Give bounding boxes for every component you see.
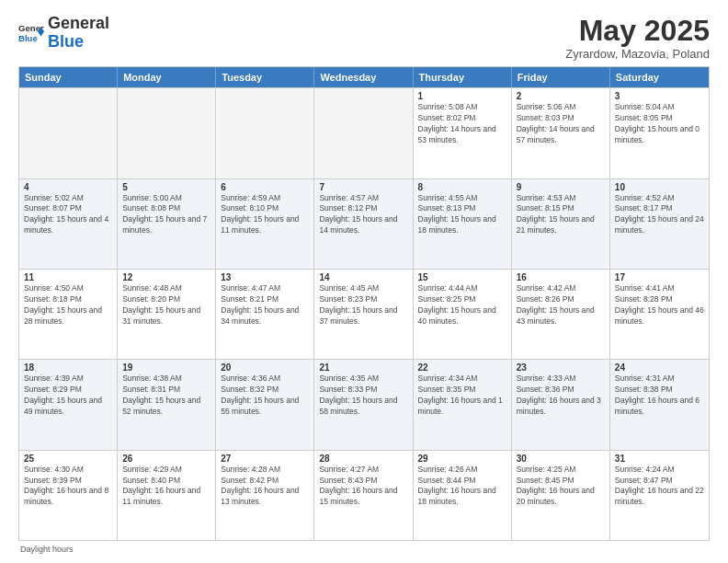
calendar-cell: 16Sunrise: 4:42 AM Sunset: 8:26 PM Dayli… (512, 270, 610, 359)
calendar-header-cell: Wednesday (314, 67, 413, 87)
day-info: Sunrise: 5:08 AM Sunset: 8:02 PM Dayligh… (418, 102, 506, 146)
calendar-cell: 8Sunrise: 4:55 AM Sunset: 8:13 PM Daylig… (414, 179, 512, 269)
day-number: 14 (319, 272, 407, 282)
day-info: Sunrise: 4:57 AM Sunset: 8:12 PM Dayligh… (319, 193, 407, 237)
day-number: 15 (418, 272, 506, 282)
calendar-cell (118, 88, 216, 178)
page: General Blue General Blue May 2025 Zyrar… (0, 0, 728, 563)
day-number: 23 (517, 362, 605, 373)
calendar-cell: 20Sunrise: 4:36 AM Sunset: 8:32 PM Dayli… (216, 360, 314, 449)
day-info: Sunrise: 4:45 AM Sunset: 8:23 PM Dayligh… (319, 283, 407, 327)
day-info: Sunrise: 4:36 AM Sunset: 8:32 PM Dayligh… (221, 373, 309, 418)
day-info: Sunrise: 4:47 AM Sunset: 8:21 PM Dayligh… (221, 283, 309, 327)
day-number: 7 (319, 182, 407, 192)
calendar-header-cell: Tuesday (216, 67, 314, 87)
calendar-cell: 7Sunrise: 4:57 AM Sunset: 8:12 PM Daylig… (314, 179, 413, 269)
day-info: Sunrise: 4:39 AM Sunset: 8:29 PM Dayligh… (24, 373, 112, 418)
day-info: Sunrise: 4:48 AM Sunset: 8:20 PM Dayligh… (122, 283, 210, 327)
calendar-cell: 23Sunrise: 4:33 AM Sunset: 8:36 PM Dayli… (512, 360, 610, 449)
calendar-header: SundayMondayTuesdayWednesdayThursdayFrid… (19, 67, 709, 87)
calendar-cell: 10Sunrise: 4:52 AM Sunset: 8:17 PM Dayli… (610, 179, 709, 269)
day-info: Sunrise: 4:44 AM Sunset: 8:25 PM Dayligh… (418, 283, 506, 327)
day-number: 17 (615, 272, 704, 282)
day-number: 28 (319, 454, 407, 464)
day-info: Sunrise: 5:06 AM Sunset: 8:03 PM Dayligh… (517, 102, 605, 146)
day-number: 12 (122, 272, 210, 282)
day-number: 2 (517, 91, 605, 101)
calendar-cell: 25Sunrise: 4:30 AM Sunset: 8:39 PM Dayli… (19, 451, 118, 540)
day-number: 19 (122, 362, 210, 373)
calendar-cell (19, 88, 118, 178)
day-info: Sunrise: 4:34 AM Sunset: 8:35 PM Dayligh… (418, 373, 506, 418)
calendar-cell: 11Sunrise: 4:50 AM Sunset: 8:18 PM Dayli… (19, 270, 118, 359)
calendar-row: 11Sunrise: 4:50 AM Sunset: 8:18 PM Dayli… (19, 269, 709, 359)
calendar-cell: 29Sunrise: 4:26 AM Sunset: 8:44 PM Dayli… (414, 451, 512, 540)
calendar-row: 1Sunrise: 5:08 AM Sunset: 8:02 PM Daylig… (19, 87, 709, 178)
calendar-header-cell: Saturday (610, 67, 709, 87)
day-number: 30 (517, 454, 605, 464)
calendar-row: 18Sunrise: 4:39 AM Sunset: 8:29 PM Dayli… (19, 359, 709, 449)
day-info: Sunrise: 4:41 AM Sunset: 8:28 PM Dayligh… (615, 283, 704, 327)
day-info: Sunrise: 4:31 AM Sunset: 8:38 PM Dayligh… (615, 373, 704, 418)
calendar-header-cell: Monday (118, 67, 216, 87)
calendar-cell: 27Sunrise: 4:28 AM Sunset: 8:42 PM Dayli… (216, 451, 314, 540)
calendar-cell: 5Sunrise: 5:00 AM Sunset: 8:08 PM Daylig… (118, 179, 216, 269)
day-number: 11 (24, 272, 112, 282)
day-number: 6 (221, 182, 309, 192)
calendar-cell: 13Sunrise: 4:47 AM Sunset: 8:21 PM Dayli… (216, 270, 314, 359)
calendar-cell: 30Sunrise: 4:25 AM Sunset: 8:45 PM Dayli… (512, 451, 610, 540)
calendar-cell: 18Sunrise: 4:39 AM Sunset: 8:29 PM Dayli… (19, 360, 118, 449)
svg-text:Blue: Blue (18, 33, 38, 43)
day-info: Sunrise: 4:28 AM Sunset: 8:42 PM Dayligh… (221, 465, 309, 509)
calendar-cell: 31Sunrise: 4:24 AM Sunset: 8:47 PM Dayli… (610, 451, 709, 540)
location-subtitle: Zyrardow, Mazovia, Poland (565, 47, 710, 61)
day-info: Sunrise: 4:25 AM Sunset: 8:45 PM Dayligh… (517, 465, 605, 509)
calendar-cell: 22Sunrise: 4:34 AM Sunset: 8:35 PM Dayli… (414, 360, 512, 449)
day-number: 5 (122, 182, 210, 192)
calendar-cell: 1Sunrise: 5:08 AM Sunset: 8:02 PM Daylig… (414, 88, 512, 178)
calendar-cell: 12Sunrise: 4:48 AM Sunset: 8:20 PM Dayli… (118, 270, 216, 359)
day-number: 27 (221, 454, 309, 464)
calendar-cell: 19Sunrise: 4:38 AM Sunset: 8:31 PM Dayli… (118, 360, 216, 449)
calendar-header-cell: Sunday (19, 67, 118, 87)
day-number: 31 (615, 454, 704, 464)
calendar-cell: 17Sunrise: 4:41 AM Sunset: 8:28 PM Dayli… (610, 270, 709, 359)
title-block: May 2025 Zyrardow, Mazovia, Poland (565, 15, 710, 61)
day-info: Sunrise: 4:42 AM Sunset: 8:26 PM Dayligh… (517, 283, 605, 327)
day-number: 25 (24, 454, 112, 464)
day-info: Sunrise: 5:04 AM Sunset: 8:05 PM Dayligh… (615, 102, 704, 146)
day-number: 1 (418, 91, 506, 101)
day-info: Sunrise: 4:52 AM Sunset: 8:17 PM Dayligh… (615, 193, 704, 237)
calendar-cell: 2Sunrise: 5:06 AM Sunset: 8:03 PM Daylig… (512, 88, 610, 178)
day-info: Sunrise: 4:35 AM Sunset: 8:33 PM Dayligh… (319, 373, 407, 418)
calendar-cell (314, 88, 413, 178)
day-number: 16 (517, 272, 605, 282)
logo-blue: Blue (48, 32, 84, 51)
calendar-cell: 21Sunrise: 4:35 AM Sunset: 8:33 PM Dayli… (314, 360, 413, 449)
day-number: 26 (122, 454, 210, 464)
day-info: Sunrise: 4:53 AM Sunset: 8:15 PM Dayligh… (517, 193, 605, 237)
day-info: Sunrise: 5:02 AM Sunset: 8:07 PM Dayligh… (24, 193, 112, 237)
calendar-cell: 26Sunrise: 4:29 AM Sunset: 8:40 PM Dayli… (118, 451, 216, 540)
day-number: 18 (24, 362, 112, 373)
day-info: Sunrise: 4:59 AM Sunset: 8:10 PM Dayligh… (221, 193, 309, 237)
day-number: 9 (517, 182, 605, 192)
day-info: Sunrise: 4:50 AM Sunset: 8:18 PM Dayligh… (24, 283, 112, 327)
calendar-body: 1Sunrise: 5:08 AM Sunset: 8:02 PM Daylig… (19, 87, 709, 540)
calendar-row: 4Sunrise: 5:02 AM Sunset: 8:07 PM Daylig… (19, 178, 709, 269)
day-number: 3 (615, 91, 704, 101)
calendar-cell: 24Sunrise: 4:31 AM Sunset: 8:38 PM Dayli… (610, 360, 709, 449)
logo: General Blue General Blue (18, 15, 109, 52)
footer: Daylight hours (18, 545, 710, 554)
day-number: 13 (221, 272, 309, 282)
day-info: Sunrise: 5:00 AM Sunset: 8:08 PM Dayligh… (122, 193, 210, 237)
calendar-cell: 3Sunrise: 5:04 AM Sunset: 8:05 PM Daylig… (610, 88, 709, 178)
day-info: Sunrise: 4:27 AM Sunset: 8:43 PM Dayligh… (319, 465, 407, 509)
day-number: 20 (221, 362, 309, 373)
day-info: Sunrise: 4:38 AM Sunset: 8:31 PM Dayligh… (122, 373, 210, 418)
calendar-cell: 4Sunrise: 5:02 AM Sunset: 8:07 PM Daylig… (19, 179, 118, 269)
day-info: Sunrise: 4:24 AM Sunset: 8:47 PM Dayligh… (615, 465, 704, 509)
calendar-header-cell: Thursday (414, 67, 512, 87)
calendar: SundayMondayTuesdayWednesdayThursdayFrid… (18, 66, 710, 541)
day-number: 24 (615, 362, 704, 373)
